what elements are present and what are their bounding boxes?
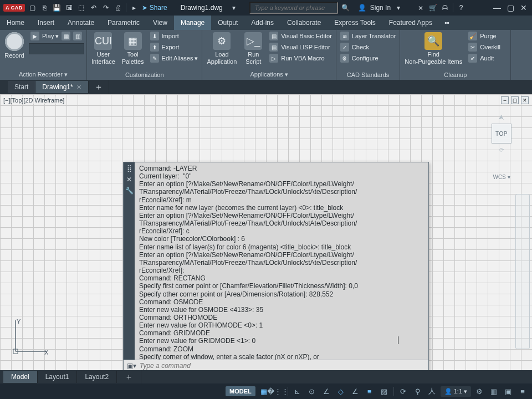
tab-home[interactable]: Home [0,16,31,30]
signin-dropdown-icon[interactable]: ▾ [394,3,403,12]
tab-overflow-icon[interactable]: ▪▪ [439,16,455,30]
find-nonpurgeable-button[interactable]: 🔍 Find Non-Purgeable Items [402,31,464,66]
tab-manage[interactable]: Manage [174,16,211,30]
purge-button[interactable]: 🧹 Purge [467,31,502,41]
cleanscreen-icon[interactable]: ▣ [502,386,514,397]
signin-label[interactable]: Sign In [370,4,391,12]
app-a-icon[interactable]: ᗩ [441,3,449,12]
tab-output[interactable]: Output [211,16,244,30]
user-interface-button[interactable]: CUI User Interface [89,31,117,66]
check-button[interactable]: ✓ Check [339,42,397,52]
navigation-bar[interactable] [515,194,530,349]
web-icon[interactable]: ⬚ [77,3,86,12]
saveas-icon[interactable]: 🖫 [65,3,74,12]
help-search-input[interactable] [249,2,338,14]
tool-palettes-button[interactable]: ▦ Tool Palettes [120,31,146,66]
modelspace-toggle[interactable]: MODEL [226,386,255,396]
record-button[interactable]: Record [2,31,27,60]
tab-addins[interactable]: Add-ins [244,16,280,30]
command-input[interactable] [140,362,425,370]
edit-aliases-button[interactable]: ✎ Edit Aliases ▾ [149,53,200,63]
undo-icon[interactable]: ↶ [89,3,98,12]
panel-title[interactable]: Action Recorder ▾ [2,70,84,80]
add-layout-button[interactable]: ＋ [117,370,141,385]
vp-close-icon[interactable]: ✕ [521,96,529,104]
search-icon[interactable]: 🔍 [341,3,350,12]
cycling-icon[interactable]: ⟳ [397,386,410,397]
new-drawing-button[interactable]: ＋ [89,80,109,94]
snapmode-icon[interactable]: �⋮⋮ [272,386,284,397]
vp-max-icon[interactable]: ▢ [511,96,519,104]
help-icon[interactable]: ? [457,3,466,12]
run-script-button[interactable]: ▷_ Run Script [241,31,265,66]
workspace-icon[interactable]: ▥ [488,386,500,397]
configure-button[interactable]: ⚙ Configure [339,53,397,63]
doctab-drawing1[interactable]: Drawing1* ✕ [35,81,88,93]
layout-layout2[interactable]: Layout2 [77,371,117,383]
polar-icon[interactable]: ⊙ [306,386,318,397]
annomonitor-icon[interactable]: ⚲ [412,386,424,397]
layout-layout1[interactable]: Layout1 [38,371,78,383]
play-button[interactable]: ▶ Play ▾ ▦ ▥ [29,31,84,41]
maximize-button[interactable]: ▢ [505,3,515,12]
cmdwin-handle[interactable]: ⣿ ✕ 🔧 [124,162,135,360]
viewport-label[interactable]: [−][Top][2D Wireframe] [2,96,65,104]
load-application-button[interactable]: ⚙ Load Application [204,31,239,66]
tab-featured[interactable]: Featured Apps [382,16,439,30]
redo-icon[interactable]: ↷ [101,3,110,12]
vp-min-icon[interactable]: – [501,96,509,104]
tab-parametric[interactable]: Parametric [101,16,146,30]
command-window[interactable]: ⣿ ✕ 🔧 Command: -LAYER Current layer: "0"… [123,162,429,370]
import-button[interactable]: ⬇ Import [149,31,200,41]
ortho-icon[interactable]: ⊾ [291,386,304,397]
settings-icon[interactable]: ▥ [73,32,82,40]
qat-overflow-icon[interactable]: ▸ [130,3,139,12]
panel-title[interactable]: Applications ▾ [204,70,333,80]
lisp-editor-button[interactable]: ▤ Visual LISP Editor [268,42,334,52]
close-button[interactable]: ✕ [519,3,529,12]
save-icon[interactable]: 💾 [53,3,62,12]
lineweight-icon[interactable]: ≡ [364,386,376,397]
doctab-start[interactable]: Start [8,81,35,93]
panel-title: Customization [89,70,200,80]
gear-icon[interactable]: ⚙ [473,386,485,397]
wrench-icon[interactable]: 🔧 [125,187,134,195]
share-button[interactable]: ➤ Share [142,4,167,12]
drawing-canvas[interactable]: [−][Top][2D Wireframe] – ▢ ✕ ⮝ TOP ⟳ WCS… [0,94,532,370]
doc-dropdown-icon[interactable]: ▾ [229,3,238,12]
cmdwin-close-icon[interactable]: ✕ [126,176,132,183]
vb-editor-button[interactable]: ▤ Visual Basic Editor [268,31,334,41]
open-icon[interactable]: ⎘ [40,3,49,12]
export-button[interactable]: ⬆ Export [149,42,200,52]
user-icon[interactable]: 👤 [358,3,367,12]
scale-display[interactable]: 👤 1:1 ▾ [441,386,471,397]
plot-icon[interactable]: 🖨 [114,3,122,12]
exchange-icon[interactable]: ⨯ [416,3,425,12]
viewcube[interactable]: ⮝ TOP ⟳ WCS ▾ [480,114,523,180]
overkill-button[interactable]: ✂ Overkill [467,42,502,52]
transparency-icon[interactable]: ▨ [378,386,390,397]
new-icon[interactable]: ▢ [28,3,37,12]
title-bar: A CAD ▢ ⎘ 💾 🖫 ⬚ ↶ ↷ 🖨 ▸ ➤ Share Drawing1… [0,0,532,16]
run-vba-button[interactable]: ▷ Run VBA Macro [268,53,334,63]
cart-icon[interactable]: 🛒 [428,3,437,12]
audit-button[interactable]: ✔ Audit [467,53,502,63]
otrack-icon[interactable]: ∠ [349,386,361,397]
viewcube-face[interactable]: TOP [492,124,511,144]
annoscale-icon[interactable]: 人 [426,386,438,397]
tab-collaborate[interactable]: Collaborate [280,16,328,30]
osnap-icon[interactable]: ◇ [335,386,347,397]
isodraft-icon[interactable]: ∠ [320,386,332,397]
close-icon[interactable]: ✕ [76,84,81,91]
customize-icon[interactable]: ≡ [516,386,529,397]
tab-express[interactable]: Express Tools [328,16,382,30]
tab-view[interactable]: View [146,16,174,30]
layout-model[interactable]: Model [3,371,38,383]
wcs-label[interactable]: WCS ▾ [480,174,523,180]
tab-insert[interactable]: Insert [31,16,61,30]
minimize-button[interactable]: — [492,3,502,12]
layer-translator-button[interactable]: ≋ Layer Translator [339,31,397,41]
preview-icon[interactable]: ▦ [62,32,70,40]
tab-annotate[interactable]: Annotate [61,16,101,30]
macro-select[interactable] [29,43,84,54]
